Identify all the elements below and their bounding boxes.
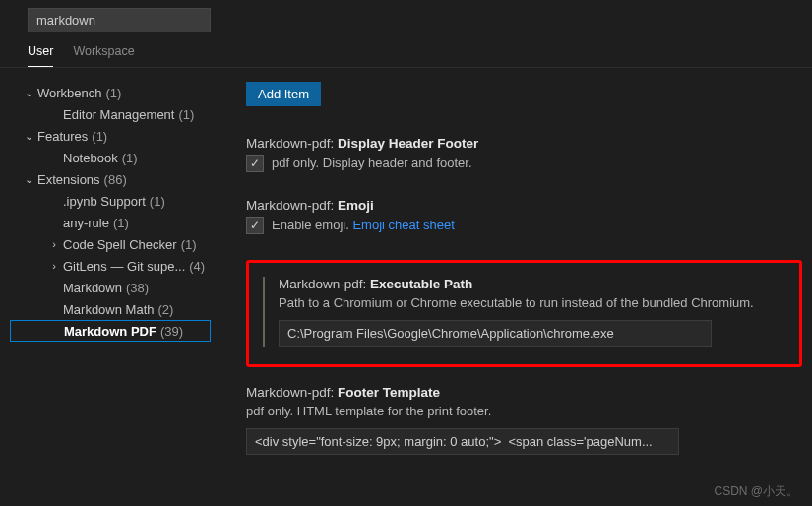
- settings-tree: ⌄Workbench (1)Editor Management (1)⌄Feat…: [0, 68, 217, 505]
- tree-item-count: (1): [178, 107, 194, 122]
- tree-item-count: (4): [189, 259, 205, 274]
- tree-item-count: (2): [157, 302, 173, 317]
- footer-template-input[interactable]: [246, 428, 679, 455]
- tree-item-label: Code Spell Checker: [63, 237, 177, 252]
- tree-item[interactable]: ›Code Spell Checker (1): [10, 233, 211, 255]
- tree-item-count: (1): [150, 194, 165, 209]
- setting-name: Executable Path: [370, 277, 472, 291]
- tree-item-label: Markdown: [63, 281, 122, 295]
- tree-item-label: Notebook: [63, 151, 118, 165]
- tab-workspace[interactable]: Workspace: [73, 44, 134, 67]
- tab-user[interactable]: User: [28, 44, 53, 67]
- tree-item-label: Markdown Math: [63, 302, 154, 317]
- tree-item-label: GitLens — Git supe...: [63, 259, 185, 274]
- tree-item[interactable]: .ipynb Support (1): [10, 190, 211, 212]
- setting-name: Display Header Footer: [338, 136, 478, 151]
- tree-item-label: any-rule: [63, 216, 109, 230]
- setting-name: Footer Template: [338, 385, 440, 400]
- tree-item[interactable]: ⌄Features (1): [10, 125, 211, 147]
- setting-footer-template: Markdown-pdf: Footer Template pdf only. …: [246, 385, 802, 455]
- tree-item[interactable]: ⌄Workbench (1): [10, 82, 211, 103]
- setting-display-header-footer: Markdown-pdf: Display Header Footer ✓ pd…: [246, 136, 802, 172]
- checkbox-emoji[interactable]: ✓: [246, 217, 264, 234]
- tree-item[interactable]: ⌄Extensions (86): [10, 168, 211, 190]
- tree-item-count: (1): [122, 151, 138, 165]
- tree-item-label: Features: [37, 129, 88, 144]
- settings-content: Add Item Markdown-pdf: Display Header Fo…: [217, 68, 812, 505]
- setting-desc: Path to a Chromium or Chrome executable …: [279, 295, 781, 310]
- tree-item-count: (1): [92, 129, 107, 144]
- tree-item[interactable]: Editor Management (1): [10, 103, 211, 125]
- tree-item-count: (38): [126, 281, 149, 295]
- tree-item[interactable]: Markdown PDF (39): [10, 320, 211, 342]
- tree-item[interactable]: Markdown Math (2): [10, 298, 211, 320]
- tree-item-label: Editor Management: [63, 107, 174, 122]
- setting-desc: Enable emoji. Emoji cheat sheet: [272, 218, 455, 232]
- tree-item[interactable]: Markdown (38): [10, 277, 211, 298]
- chevron-right-icon: ›: [47, 260, 61, 272]
- setting-prefix: Markdown-pdf:: [279, 277, 366, 291]
- emoji-cheat-sheet-link[interactable]: Emoji cheat sheet: [352, 218, 454, 232]
- setting-prefix: Markdown-pdf:: [246, 385, 334, 400]
- tree-item-count: (1): [113, 216, 129, 230]
- tree-item-count: (39): [160, 324, 183, 339]
- chevron-down-icon: ⌄: [22, 173, 35, 186]
- tree-item-count: (1): [181, 237, 197, 252]
- tree-item[interactable]: any-rule (1): [10, 212, 211, 233]
- add-item-button[interactable]: Add Item: [246, 82, 321, 106]
- setting-emoji: Markdown-pdf: Emoji ✓ Enable emoji. Emoj…: [246, 198, 802, 234]
- tree-item-count: (86): [104, 172, 127, 187]
- tree-item-label: Extensions: [37, 172, 100, 187]
- tree-item[interactable]: Notebook (1): [10, 147, 211, 168]
- executable-path-input[interactable]: [279, 320, 712, 347]
- settings-search-input[interactable]: [28, 8, 211, 32]
- setting-desc: pdf only. Display header and footer.: [272, 156, 472, 170]
- checkbox-display-header-footer[interactable]: ✓: [246, 155, 264, 172]
- tree-item-label: .ipynb Support: [63, 194, 146, 209]
- setting-prefix: Markdown-pdf:: [246, 198, 334, 213]
- tree-item[interactable]: ›GitLens — Git supe... (4): [10, 255, 211, 277]
- watermark: CSDN @小天。: [714, 483, 798, 500]
- setting-name: Emoji: [338, 198, 374, 213]
- tree-item-label: Markdown PDF: [64, 324, 156, 339]
- tree-item-count: (1): [106, 86, 122, 100]
- setting-executable-path-highlight: Markdown-pdf: Executable Path Path to a …: [246, 260, 802, 367]
- setting-desc: pdf only. HTML template for the print fo…: [246, 404, 802, 418]
- setting-prefix: Markdown-pdf:: [246, 136, 334, 151]
- chevron-down-icon: ⌄: [22, 87, 35, 99]
- scope-tabs: User Workspace: [0, 32, 812, 68]
- tree-item-label: Workbench: [37, 86, 102, 100]
- chevron-down-icon: ⌄: [22, 130, 35, 143]
- chevron-right-icon: ›: [47, 238, 61, 250]
